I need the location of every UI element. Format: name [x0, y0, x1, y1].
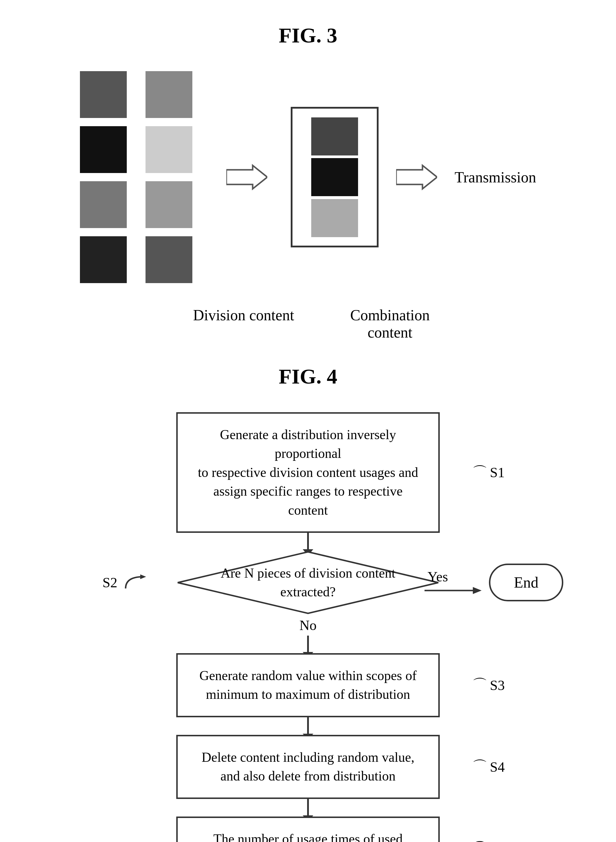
flow-diamond-s2: Are N pieces of division content extract…	[176, 550, 440, 615]
s5-label: ⌒ S5	[472, 838, 505, 842]
combination-area: Transmission	[291, 107, 536, 247]
diamond-text-s2: Are N pieces of division content extract…	[176, 561, 440, 604]
svg-marker-2	[140, 574, 146, 579]
arrow-to-combination	[226, 164, 267, 190]
combination-content-box	[291, 107, 378, 247]
division-square-6	[145, 181, 192, 228]
flow-row-s5: The number of usage times of used conten…	[35, 817, 581, 842]
division-square-8	[145, 236, 192, 283]
flowchart: Generate a distribution inversely propor…	[35, 412, 581, 842]
combo-square-3	[311, 199, 358, 237]
division-square-2	[145, 71, 192, 118]
flow-row-s2: S2 Are N pieces of division content extr…	[35, 550, 581, 615]
arrow-to-transmission	[396, 164, 437, 190]
flow-row-s1: Generate a distribution inversely propor…	[35, 412, 581, 533]
svg-marker-0	[226, 166, 267, 189]
flow-box-s1: Generate a distribution inversely propor…	[176, 412, 440, 533]
division-square-5	[80, 181, 127, 228]
flow-row-s4: Delete content including random value, a…	[35, 735, 581, 799]
s2-label: S2	[103, 574, 146, 591]
arrow-s1-s2	[35, 533, 581, 550]
no-branch: No	[35, 615, 581, 653]
division-square-4	[145, 126, 192, 173]
s3-label: ⌒ S3	[472, 675, 505, 695]
combination-content-label: Combination content	[346, 307, 434, 341]
svg-marker-5	[473, 587, 482, 594]
s1-label: ⌒ S1	[472, 462, 505, 483]
fig3-title: FIG. 3	[279, 23, 337, 48]
flow-box-s5: The number of usage times of used conten…	[176, 817, 440, 842]
yes-branch: Yes End	[424, 563, 563, 601]
arrow-s3-s4	[35, 717, 581, 735]
division-content-label: Division content	[182, 307, 305, 324]
combo-square-2	[311, 158, 358, 196]
end-oval: End	[489, 563, 563, 601]
no-label: No	[299, 617, 317, 633]
svg-marker-1	[396, 166, 437, 189]
fig4-title: FIG. 4	[35, 364, 581, 389]
division-square-7	[80, 236, 127, 283]
fig4-section: FIG. 4 Generate a distribution inversely…	[35, 364, 581, 842]
division-square-3	[80, 126, 127, 173]
division-square-1	[80, 71, 127, 118]
arrow-s4-s5	[35, 799, 581, 817]
combo-square-1	[311, 117, 358, 155]
flow-box-s3: Generate random value within scopes of m…	[176, 653, 440, 717]
flow-box-s4: Delete content including random value, a…	[176, 735, 440, 799]
flow-row-s3: Generate random value within scopes of m…	[35, 653, 581, 717]
transmission-label: Transmission	[455, 169, 536, 186]
division-content-grid	[80, 71, 203, 283]
s4-label: ⌒ S4	[472, 757, 505, 777]
